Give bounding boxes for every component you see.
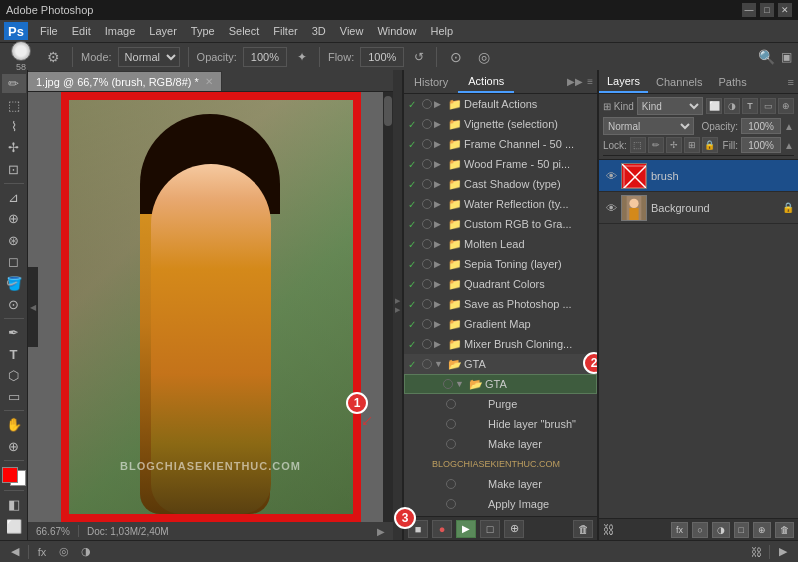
color-swatches[interactable] <box>2 467 26 486</box>
shape-tool[interactable]: ▭ <box>2 387 26 406</box>
new-group-button[interactable]: □ <box>480 520 500 538</box>
action-item-molten-lead[interactable]: ✓ ▶ 📁 Molten Lead <box>404 234 597 254</box>
action-item-wood-frame[interactable]: ✓ ▶ 📁 Wood Frame - 50 pi... <box>404 154 597 174</box>
stamp-tool[interactable]: ⊛ <box>2 231 26 250</box>
action-item-watermark[interactable]: BLOGCHIASEKIENTHUC.COM <box>404 454 597 474</box>
actions-list[interactable]: ✓ ▶ 📁 Default Actions ✓ ▶ 📁 Vignette (se… <box>404 94 597 516</box>
lock-all-icon[interactable]: 🔒 <box>702 137 718 153</box>
action-item-mixer-brush[interactable]: ✓ ▶ 📁 Mixer Brush Cloning... <box>404 334 597 354</box>
action-item-gradient-map[interactable]: ✓ ▶ 📁 Gradient Map <box>404 314 597 334</box>
layer-item-brush[interactable]: 👁 brush <box>599 160 798 192</box>
panel-expand-icon[interactable]: ▶▶ <box>567 76 583 87</box>
move-tool[interactable]: ✢ <box>2 138 26 157</box>
layer-item-background[interactable]: 👁 Background 🔒 <box>599 192 798 224</box>
angle-icon[interactable]: ◎ <box>473 46 495 68</box>
quick-mask-tool[interactable]: ◧ <box>2 495 26 514</box>
opacity-input[interactable] <box>243 47 287 67</box>
action-item-vignette[interactable]: ✓ ▶ 📁 Vignette (selection) <box>404 114 597 134</box>
brush-tool[interactable]: ✏ <box>2 74 26 93</box>
layer-visibility-brush[interactable]: 👁 <box>603 168 619 184</box>
blend-mode-select[interactable]: Normal <box>603 117 694 135</box>
menu-file[interactable]: File <box>34 23 64 39</box>
layer-visibility-background[interactable]: 👁 <box>603 200 619 216</box>
bottom-half-button[interactable]: ◑ <box>77 544 95 560</box>
scroll-right[interactable]: ▶ <box>377 526 385 537</box>
menu-edit[interactable]: Edit <box>66 23 97 39</box>
flow-input[interactable] <box>360 47 404 67</box>
marquee-tool[interactable]: ⬚ <box>2 95 26 114</box>
bottom-fx-button[interactable]: fx <box>33 544 51 560</box>
heal-tool[interactable]: ⊕ <box>2 209 26 228</box>
pixel-filter-icon[interactable]: ⬜ <box>706 98 722 114</box>
maximize-button[interactable]: □ <box>760 3 774 17</box>
layers-link-button[interactable]: ⛓ <box>603 523 615 537</box>
tab-close[interactable]: ✕ <box>205 76 213 87</box>
lock-move-icon[interactable]: ✢ <box>666 137 682 153</box>
action-item-sepia[interactable]: ✓ ▶ 📁 Sepia Toning (layer) <box>404 254 597 274</box>
crop-tool[interactable]: ⊡ <box>2 160 26 179</box>
bottom-arrow-right[interactable]: ▶ <box>774 544 792 560</box>
minimize-button[interactable]: — <box>742 3 756 17</box>
add-mask-button[interactable]: ○ <box>692 522 707 538</box>
action-item-gta-sub[interactable]: ✓ ▼ 📂 GTA <box>404 374 597 394</box>
lock-transparent-icon[interactable]: ⬚ <box>630 137 646 153</box>
new-group-button[interactable]: □ <box>734 522 749 538</box>
fill-arrow[interactable]: ▲ <box>784 140 794 151</box>
record-button[interactable]: ● <box>432 520 452 538</box>
kind-select[interactable]: Kind <box>637 97 703 115</box>
hand-tool[interactable]: ✋ <box>2 415 26 434</box>
opacity-value-input[interactable] <box>741 118 781 134</box>
airbrush-icon[interactable]: ✦ <box>293 48 311 66</box>
panel-icon[interactable]: ▣ <box>781 50 792 64</box>
menu-filter[interactable]: Filter <box>267 23 303 39</box>
bottom-arrow-left[interactable]: ◀ <box>6 544 24 560</box>
action-item-apply-image[interactable]: ✓ ▶ 📁 Apply Image <box>404 494 597 514</box>
bottom-circle-button[interactable]: ◎ <box>55 544 73 560</box>
left-panel-collapse[interactable]: ◀ <box>28 267 38 347</box>
panel-menu-icon[interactable]: ≡ <box>587 76 593 87</box>
menu-3d[interactable]: 3D <box>306 23 332 39</box>
adjustment-button[interactable]: ◑ <box>712 522 730 538</box>
search-icon[interactable]: 🔍 <box>758 49 775 65</box>
shape-filter-icon[interactable]: ▭ <box>760 98 776 114</box>
screen-mode-tool[interactable]: ⬜ <box>2 516 26 535</box>
action-item-purge[interactable]: ✓ ▶ 📁 Purge <box>404 394 597 414</box>
actions-tab[interactable]: Actions <box>458 71 514 93</box>
action-item-hide-layer[interactable]: ✓ ▶ 📁 Hide layer "brush" <box>404 414 597 434</box>
menu-view[interactable]: View <box>334 23 370 39</box>
layer-list[interactable]: 👁 brush 👁 <box>599 160 798 518</box>
eyedropper-tool[interactable]: ⊿ <box>2 188 26 207</box>
lock-paint-icon[interactable]: ✏ <box>648 137 664 153</box>
history-tab[interactable]: History <box>404 72 458 92</box>
action-item-save-photoshop[interactable]: ✓ ▶ 📁 Save as Photoshop ... <box>404 294 597 314</box>
mode-select[interactable]: Normal <box>118 47 180 67</box>
play-button[interactable]: ▶ <box>456 520 476 538</box>
opacity-arrow[interactable]: ▲ <box>784 121 794 132</box>
smart-filter-icon[interactable]: ⊕ <box>778 98 794 114</box>
action-item-make-layer-1[interactable]: ✓ ▶ 📁 Make layer <box>404 434 597 454</box>
action-item-water-reflection[interactable]: ✓ ▶ 📁 Water Reflection (ty... <box>404 194 597 214</box>
paint-tool[interactable]: 🪣 <box>2 273 26 292</box>
canvas-container[interactable]: ◀ BLOGCHIASEKIENTHUC.COM 1 ↓ <box>28 92 393 522</box>
right-scroll[interactable] <box>383 92 393 522</box>
menu-layer[interactable]: Layer <box>143 23 183 39</box>
delete-layer-button[interactable]: 🗑 <box>775 522 794 538</box>
path-tool[interactable]: ⬡ <box>2 366 26 385</box>
new-action-button[interactable]: ⊕ <box>504 520 524 538</box>
menu-help[interactable]: Help <box>425 23 460 39</box>
dodge-tool[interactable]: ⊙ <box>2 295 26 314</box>
delete-action-button[interactable]: 🗑 <box>573 520 593 538</box>
scroll-thumb[interactable] <box>384 96 392 126</box>
document-tab[interactable]: 1.jpg @ 66,7% (brush, RGB/8#) * ✕ <box>28 71 222 91</box>
adjustment-filter-icon[interactable]: ◑ <box>724 98 740 114</box>
action-item-gta-group[interactable]: ✓ ▼ 📂 GTA 2 <box>404 354 597 374</box>
action-item-custom-rgb[interactable]: ✓ ▶ 📁 Custom RGB to Gra... <box>404 214 597 234</box>
pressure-icon[interactable]: ⊙ <box>445 46 467 68</box>
brush-options-icon[interactable]: ⚙ <box>42 46 64 68</box>
lasso-tool[interactable]: ⌇ <box>2 117 26 136</box>
action-item-default-actions[interactable]: ✓ ▶ 📁 Default Actions <box>404 94 597 114</box>
panel-collapse-handle[interactable]: ▶ ▶ <box>393 70 403 540</box>
fx-button[interactable]: fx <box>671 522 688 538</box>
action-item-cast-shadow[interactable]: ✓ ▶ 📁 Cast Shadow (type) <box>404 174 597 194</box>
eraser-tool[interactable]: ◻ <box>2 252 26 271</box>
